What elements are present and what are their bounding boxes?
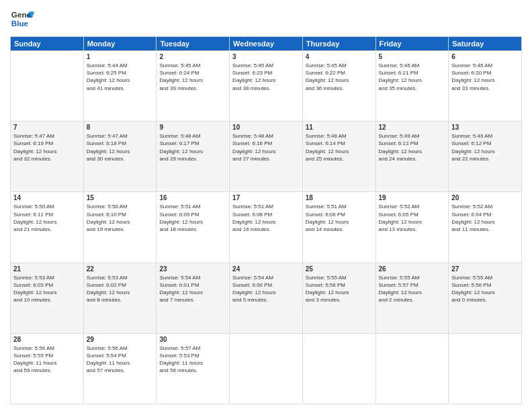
calendar-cell <box>302 333 375 404</box>
day-info: Sunrise: 5:48 AM Sunset: 6:17 PM Dayligh… <box>159 132 226 163</box>
calendar-cell: 27Sunrise: 5:55 AM Sunset: 5:56 PM Dayli… <box>449 263 522 333</box>
day-number: 28 <box>13 336 81 343</box>
calendar-week-3: 14Sunrise: 5:50 AM Sunset: 6:11 PM Dayli… <box>11 192 522 263</box>
day-info: Sunrise: 5:44 AM Sunset: 6:25 PM Dayligh… <box>87 62 154 92</box>
logo: General Blue <box>10 7 34 31</box>
day-number: 23 <box>159 265 226 273</box>
day-number: 6 <box>451 53 519 60</box>
calendar-week-1: 1Sunrise: 5:44 AM Sunset: 6:25 PM Daylig… <box>11 51 522 122</box>
calendar-cell: 8Sunrise: 5:47 AM Sunset: 6:18 PM Daylig… <box>83 122 157 192</box>
day-number: 4 <box>306 53 373 60</box>
calendar-cell: 11Sunrise: 5:48 AM Sunset: 6:14 PM Dayli… <box>302 122 375 192</box>
day-info: Sunrise: 5:47 AM Sunset: 6:18 PM Dayligh… <box>87 132 154 163</box>
calendar-cell: 25Sunrise: 5:55 AM Sunset: 5:58 PM Dayli… <box>302 263 375 333</box>
calendar-cell <box>230 333 303 404</box>
day-info: Sunrise: 5:46 AM Sunset: 6:20 PM Dayligh… <box>451 62 519 92</box>
day-number: 27 <box>451 265 519 273</box>
calendar-week-4: 21Sunrise: 5:53 AM Sunset: 6:03 PM Dayli… <box>11 263 522 333</box>
calendar-cell: 10Sunrise: 5:48 AM Sunset: 6:16 PM Dayli… <box>230 122 303 192</box>
day-number: 3 <box>232 53 300 60</box>
day-number: 5 <box>379 53 446 60</box>
day-number: 12 <box>379 124 446 131</box>
calendar-cell: 26Sunrise: 5:55 AM Sunset: 5:57 PM Dayli… <box>375 263 449 333</box>
day-number: 15 <box>87 194 154 201</box>
day-number: 25 <box>306 265 373 273</box>
day-number: 8 <box>87 124 154 131</box>
day-number: 29 <box>87 336 154 343</box>
calendar-cell: 29Sunrise: 5:56 AM Sunset: 5:54 PM Dayli… <box>83 333 157 404</box>
day-number: 17 <box>232 194 300 201</box>
day-number: 30 <box>159 336 226 343</box>
weekday-header-friday: Friday <box>375 37 449 51</box>
page: General Blue SundayMondayTuesdayWednesda… <box>0 0 532 411</box>
day-info: Sunrise: 5:49 AM Sunset: 6:13 PM Dayligh… <box>379 132 446 163</box>
calendar-cell: 12Sunrise: 5:49 AM Sunset: 6:13 PM Dayli… <box>375 122 449 192</box>
calendar-cell <box>11 51 84 122</box>
day-info: Sunrise: 5:55 AM Sunset: 5:57 PM Dayligh… <box>379 274 446 304</box>
calendar-cell: 14Sunrise: 5:50 AM Sunset: 6:11 PM Dayli… <box>11 192 84 263</box>
day-number: 22 <box>87 265 154 273</box>
weekday-header-monday: Monday <box>83 37 157 51</box>
day-info: Sunrise: 5:54 AM Sunset: 6:01 PM Dayligh… <box>159 274 226 304</box>
calendar-cell: 21Sunrise: 5:53 AM Sunset: 6:03 PM Dayli… <box>11 263 84 333</box>
calendar-header-row: SundayMondayTuesdayWednesdayThursdayFrid… <box>11 37 522 51</box>
day-info: Sunrise: 5:48 AM Sunset: 6:16 PM Dayligh… <box>232 132 300 163</box>
day-info: Sunrise: 5:53 AM Sunset: 6:02 PM Dayligh… <box>87 274 154 304</box>
day-number: 24 <box>232 265 300 273</box>
calendar-cell: 5Sunrise: 5:46 AM Sunset: 6:21 PM Daylig… <box>375 51 449 122</box>
day-info: Sunrise: 5:50 AM Sunset: 6:11 PM Dayligh… <box>13 203 81 233</box>
calendar-cell: 23Sunrise: 5:54 AM Sunset: 6:01 PM Dayli… <box>157 263 230 333</box>
day-number: 14 <box>13 194 81 201</box>
day-number: 13 <box>451 124 519 131</box>
day-info: Sunrise: 5:54 AM Sunset: 6:00 PM Dayligh… <box>232 274 300 304</box>
day-number: 2 <box>159 53 226 60</box>
weekday-header-tuesday: Tuesday <box>157 37 230 51</box>
day-info: Sunrise: 5:53 AM Sunset: 6:03 PM Dayligh… <box>13 274 81 304</box>
calendar-cell <box>449 333 522 404</box>
calendar-week-5: 28Sunrise: 5:56 AM Sunset: 5:55 PM Dayli… <box>11 333 522 404</box>
day-info: Sunrise: 5:48 AM Sunset: 6:14 PM Dayligh… <box>306 132 373 163</box>
day-number: 20 <box>451 194 519 201</box>
weekday-header-thursday: Thursday <box>302 37 375 51</box>
calendar-cell: 16Sunrise: 5:51 AM Sunset: 6:09 PM Dayli… <box>157 192 230 263</box>
svg-text:Blue: Blue <box>11 19 29 28</box>
day-number: 9 <box>159 124 226 131</box>
day-info: Sunrise: 5:45 AM Sunset: 6:24 PM Dayligh… <box>159 62 226 92</box>
day-info: Sunrise: 5:51 AM Sunset: 6:08 PM Dayligh… <box>232 203 300 233</box>
calendar-cell: 6Sunrise: 5:46 AM Sunset: 6:20 PM Daylig… <box>449 51 522 122</box>
day-info: Sunrise: 5:49 AM Sunset: 6:12 PM Dayligh… <box>451 132 519 163</box>
day-info: Sunrise: 5:57 AM Sunset: 5:53 PM Dayligh… <box>159 345 226 375</box>
calendar-cell: 19Sunrise: 5:52 AM Sunset: 6:05 PM Dayli… <box>375 192 449 263</box>
calendar-week-2: 7Sunrise: 5:47 AM Sunset: 6:19 PM Daylig… <box>11 122 522 192</box>
day-info: Sunrise: 5:51 AM Sunset: 6:06 PM Dayligh… <box>306 203 373 233</box>
calendar-cell: 28Sunrise: 5:56 AM Sunset: 5:55 PM Dayli… <box>11 333 84 404</box>
day-info: Sunrise: 5:47 AM Sunset: 6:19 PM Dayligh… <box>13 132 81 163</box>
day-info: Sunrise: 5:52 AM Sunset: 6:04 PM Dayligh… <box>451 203 519 233</box>
weekday-header-sunday: Sunday <box>11 37 84 51</box>
calendar-cell: 13Sunrise: 5:49 AM Sunset: 6:12 PM Dayli… <box>449 122 522 192</box>
day-info: Sunrise: 5:45 AM Sunset: 6:22 PM Dayligh… <box>306 62 373 92</box>
day-number: 11 <box>306 124 373 131</box>
calendar-cell: 3Sunrise: 5:45 AM Sunset: 6:23 PM Daylig… <box>230 51 303 122</box>
day-number: 21 <box>13 265 81 273</box>
calendar-cell: 30Sunrise: 5:57 AM Sunset: 5:53 PM Dayli… <box>157 333 230 404</box>
calendar-cell: 2Sunrise: 5:45 AM Sunset: 6:24 PM Daylig… <box>157 51 230 122</box>
calendar-cell <box>375 333 449 404</box>
day-number: 1 <box>87 53 154 60</box>
logo-icon: General Blue <box>10 7 34 31</box>
calendar-cell: 1Sunrise: 5:44 AM Sunset: 6:25 PM Daylig… <box>83 51 157 122</box>
day-number: 19 <box>379 194 446 201</box>
day-info: Sunrise: 5:56 AM Sunset: 5:55 PM Dayligh… <box>13 345 81 375</box>
calendar-cell: 24Sunrise: 5:54 AM Sunset: 6:00 PM Dayli… <box>230 263 303 333</box>
calendar-cell: 18Sunrise: 5:51 AM Sunset: 6:06 PM Dayli… <box>302 192 375 263</box>
weekday-header-wednesday: Wednesday <box>230 37 303 51</box>
day-info: Sunrise: 5:51 AM Sunset: 6:09 PM Dayligh… <box>159 203 226 233</box>
day-info: Sunrise: 5:46 AM Sunset: 6:21 PM Dayligh… <box>379 62 446 92</box>
day-number: 10 <box>232 124 300 131</box>
day-info: Sunrise: 5:50 AM Sunset: 6:10 PM Dayligh… <box>87 203 154 233</box>
day-info: Sunrise: 5:55 AM Sunset: 5:58 PM Dayligh… <box>306 274 373 304</box>
calendar-cell: 15Sunrise: 5:50 AM Sunset: 6:10 PM Dayli… <box>83 192 157 263</box>
day-number: 16 <box>159 194 226 201</box>
calendar-cell: 17Sunrise: 5:51 AM Sunset: 6:08 PM Dayli… <box>230 192 303 263</box>
header: General Blue <box>10 7 522 31</box>
